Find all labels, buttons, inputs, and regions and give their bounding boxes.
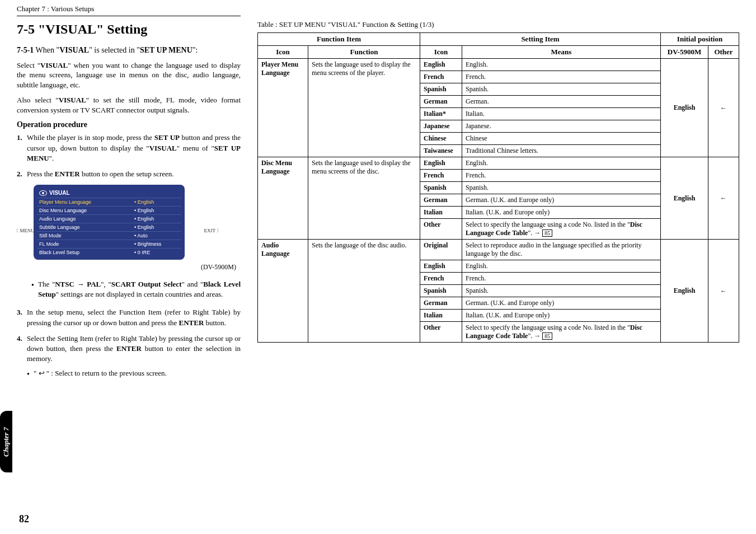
osd-row-value: • English — [134, 224, 179, 230]
osd-row-value: • 0 IRE — [134, 250, 179, 255]
cell-function-icon: Player Menu Language — [258, 59, 308, 157]
cell-setting-icon: Taiwanese — [420, 145, 462, 157]
cell-means: Select to specify the language using a c… — [462, 322, 661, 343]
th-initial-position: Initial position — [661, 33, 739, 46]
keyword: VISUAL — [40, 61, 68, 69]
osd-row: Audio Language• English — [37, 214, 181, 223]
cell-means: French. — [462, 273, 661, 285]
cell-setting-icon: Original — [420, 240, 462, 260]
eye-icon — [39, 190, 47, 196]
osd-exit-arrow: EXIT 〉 — [204, 227, 222, 235]
keyword: ENTER — [179, 318, 204, 327]
note-item: The "NTSC → PAL", "SCART Output Select" … — [31, 279, 241, 299]
operation-procedure-heading: Operation procedure — [17, 120, 241, 129]
th-setting-icon: Icon — [420, 46, 462, 59]
osd-row-label: Disc Menu Language — [39, 208, 134, 213]
cell-means: Italian. (U.K. and Europe only) — [462, 207, 661, 219]
step-4-bullet: " ↩ " : Select to return to the previous… — [27, 368, 241, 378]
osd-row: Subtitle Language• English — [37, 223, 181, 231]
chapter-tab: Chapter 7 — [0, 411, 12, 472]
chapter-header: Chapter 7 : Various Setups — [17, 4, 241, 13]
section-title: 7-5 "VISUAL" Setting — [17, 22, 241, 37]
th-other: Other — [708, 46, 739, 59]
steps-list-continued: 3. In the setup menu, select the Functio… — [17, 307, 241, 378]
cell-setting-icon: English — [420, 260, 462, 273]
osd-row-value: • Auto — [134, 233, 179, 238]
step-2: 2. Press the ENTER button to open the se… — [17, 169, 241, 179]
subsection-number: 7-5-1 — [17, 46, 34, 54]
cell-setting-icon: French — [420, 273, 462, 285]
cell-means: Select to reproduce audio in the languag… — [462, 240, 661, 260]
th-setting-item: Setting Item — [420, 33, 661, 46]
cell-setting-icon: French — [420, 71, 462, 83]
cell-setting-icon: Other — [420, 219, 462, 240]
osd-row: Black Level Setup• 0 IRE — [37, 248, 181, 256]
cell-means: English. — [462, 59, 661, 71]
cell-means: Italian. (U.K. and Europe only) — [462, 310, 661, 322]
osd-row-label: Still Mode — [39, 233, 134, 238]
cell-function-icon: Disc Menu Language — [258, 157, 308, 240]
osd-row: Disc Menu Language• English — [37, 206, 181, 214]
text: Select " — [17, 61, 40, 69]
table-row: Audio LanguageSets the language of the d… — [258, 240, 739, 260]
cell-other: ← — [708, 157, 739, 240]
osd-row-label: Player Menu Language — [39, 199, 134, 205]
text: MENU — [20, 228, 35, 233]
page-ref-icon: 85 — [542, 229, 552, 237]
table-row: Disc Menu LanguageSets the language used… — [258, 157, 739, 170]
osd-row-value: • Brightness — [134, 241, 179, 247]
text: ", " — [101, 280, 111, 288]
section-title-text: "VISUAL" Setting — [38, 22, 147, 36]
th-function-item: Function Item — [258, 33, 420, 46]
divider — [17, 16, 241, 16]
osd-row-label: Subtitle Language — [39, 224, 134, 230]
cell-setting-icon: French — [420, 170, 462, 182]
cell-means: German. — [462, 96, 661, 108]
text: button to open the setup screen. — [80, 170, 174, 178]
cell-setting-icon: Italian* — [420, 108, 462, 120]
osd-screenshot: 〈 MENU EXIT 〉 VISUAL Player Menu Languag… — [34, 185, 241, 271]
cell-setting-icon: Spanish — [420, 182, 462, 194]
osd-row: Still Mode• Auto — [37, 231, 181, 240]
table-body: Player Menu LanguageSets the language us… — [258, 59, 739, 343]
keyword: ENTER — [55, 170, 80, 178]
subsection-kw1: VISUAL — [59, 46, 89, 54]
cell-means: French. — [462, 170, 661, 182]
osd-panel: VISUAL Player Menu Language• EnglishDisc… — [34, 185, 185, 260]
step-number: 3. — [17, 307, 22, 317]
osd-row-value: • English — [134, 199, 179, 205]
cell-initial-position: English — [661, 59, 708, 157]
cell-means: Spanish. — [462, 182, 661, 194]
cell-setting-icon: Spanish — [420, 285, 462, 297]
cell-other: ← — [708, 59, 739, 157]
text: " settings are not displayed in certain … — [56, 290, 223, 298]
subsection-kw2: SET UP MENU — [140, 46, 192, 54]
text: Press the — [27, 170, 55, 178]
notes-list: The "NTSC → PAL", "SCART Output Select" … — [31, 279, 241, 299]
text: Also select " — [17, 96, 59, 104]
cell-other: ← — [708, 240, 739, 343]
paragraph: Also select "VISUAL" to set the still mo… — [17, 95, 241, 115]
subsection-text: ": — [192, 46, 198, 54]
cell-setting-icon: Japanese — [420, 120, 462, 133]
step-1: 1. While the player is in stop mode, pre… — [17, 133, 241, 163]
cell-setting-icon: German — [420, 297, 462, 310]
text: button. — [204, 318, 226, 327]
keyword: VISUAL — [149, 144, 177, 152]
osd-row: FL Mode• Brightness — [37, 240, 181, 248]
cell-setting-icon: German — [420, 96, 462, 108]
cell-setting-icon: German — [420, 194, 462, 207]
cell-function-icon: Audio Language — [258, 240, 308, 343]
cell-means: French. — [462, 71, 661, 83]
cell-means: Spanish. — [462, 83, 661, 96]
cell-setting-icon: Chinese — [420, 133, 462, 145]
section-number: 7-5 — [17, 22, 35, 36]
keyword: SCART Output Select — [111, 280, 182, 288]
osd-row: Player Menu Language• English — [37, 198, 181, 206]
subsection-text: " is selected in " — [89, 46, 140, 54]
text: The " — [38, 280, 55, 288]
table-caption: Table : SET UP MENU "VISUAL" Function & … — [257, 20, 739, 29]
cell-function: Sets the language used to display the me… — [308, 157, 420, 240]
cell-initial-position: English — [661, 157, 708, 240]
text: " and " — [181, 280, 203, 288]
